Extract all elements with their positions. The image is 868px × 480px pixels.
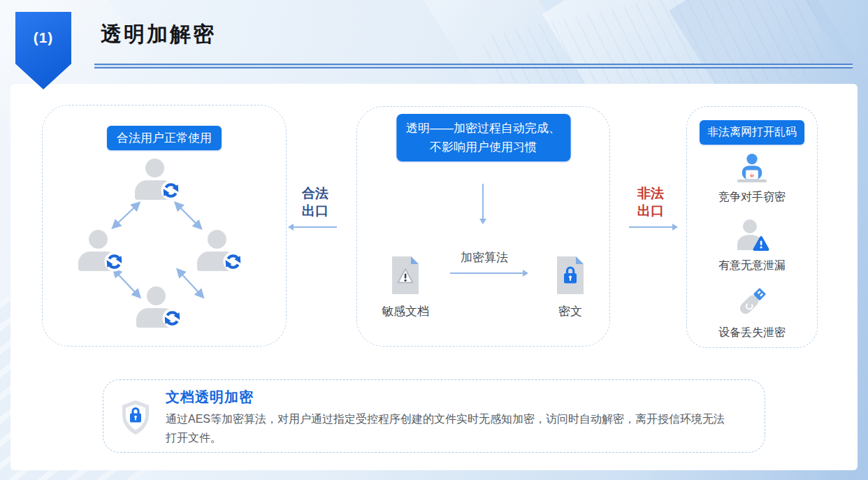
illegal-open-label: 非法离网打开乱码 bbox=[700, 120, 804, 145]
sensitive-document-caption: 敏感文档 bbox=[366, 303, 445, 319]
encryption-algorithm-label: 加密算法 bbox=[442, 249, 526, 266]
legal-exit-arrow bbox=[294, 226, 337, 228]
sync-icon bbox=[161, 180, 181, 201]
legal-exit-label: 合法 出口 bbox=[291, 184, 340, 219]
user-sync-top bbox=[135, 159, 181, 202]
transparent-encryption-panel: 透明——加密过程自动完成、 不影响用户使用习惯 加密算法 敏感文档 bbox=[356, 106, 610, 347]
illegal-open-panel: 非法离网打开乱码 ☠ 竞争对手窃密 bbox=[686, 106, 818, 348]
transparent-encryption-label: 透明——加密过程自动完成、 不影响用户使用习惯 bbox=[396, 114, 570, 161]
person-warning-icon bbox=[734, 219, 770, 255]
threat-item: ☠ 竞争对手窃密 bbox=[718, 153, 786, 205]
summary-box: 文档透明加密 通过AES等加密算法，对用户通过指定受控程序创建的文件实时无感知加… bbox=[103, 379, 765, 453]
slide: (1) 透明加解密 合法用户正常使用 bbox=[0, 0, 868, 480]
sync-icon bbox=[223, 252, 243, 272]
illegal-exit-arrow bbox=[629, 226, 672, 228]
hacker-laptop-icon: ☠ bbox=[735, 153, 769, 187]
user-icon bbox=[145, 159, 164, 177]
user-icon bbox=[147, 286, 166, 305]
user-sync-right bbox=[197, 230, 243, 273]
section-number: (1) bbox=[34, 29, 54, 89]
encryption-arrow bbox=[450, 272, 523, 274]
sync-icon bbox=[104, 252, 124, 272]
sensitive-document-icon bbox=[390, 256, 421, 295]
threat-caption: 竞争对手窃密 bbox=[718, 190, 786, 205]
legal-users-panel: 合法用户正常使用 bbox=[42, 105, 287, 347]
down-arrow bbox=[482, 184, 484, 219]
cipher-caption: 密文 bbox=[530, 303, 610, 319]
page-title: 透明加解密 bbox=[101, 20, 216, 49]
svg-text:☠: ☠ bbox=[749, 172, 755, 179]
threat-caption: 有意无意泄漏 bbox=[718, 259, 786, 273]
summary-title: 文档透明加密 bbox=[166, 388, 254, 407]
shield-lock-icon bbox=[120, 400, 151, 436]
illegal-exit-label: 非法 出口 bbox=[626, 184, 675, 219]
user-icon bbox=[208, 230, 226, 249]
usb-drive-icon bbox=[735, 284, 769, 322]
threat-caption: 设备丢失泄密 bbox=[718, 326, 786, 340]
cipher-document-icon bbox=[555, 256, 586, 295]
threat-item: 设备丢失泄密 bbox=[718, 284, 786, 340]
summary-body: 通过AES等加密算法，对用户通过指定受控程序创建的文件实时无感知加密，访问时自动… bbox=[166, 409, 729, 447]
user-sync-bottom bbox=[136, 286, 182, 330]
title-divider bbox=[94, 64, 853, 68]
user-sync-left bbox=[78, 230, 124, 273]
user-icon bbox=[89, 230, 108, 249]
section-number-ribbon: (1) bbox=[15, 12, 71, 89]
threat-item: 有意无意泄漏 bbox=[718, 219, 786, 273]
sync-icon bbox=[162, 308, 182, 328]
